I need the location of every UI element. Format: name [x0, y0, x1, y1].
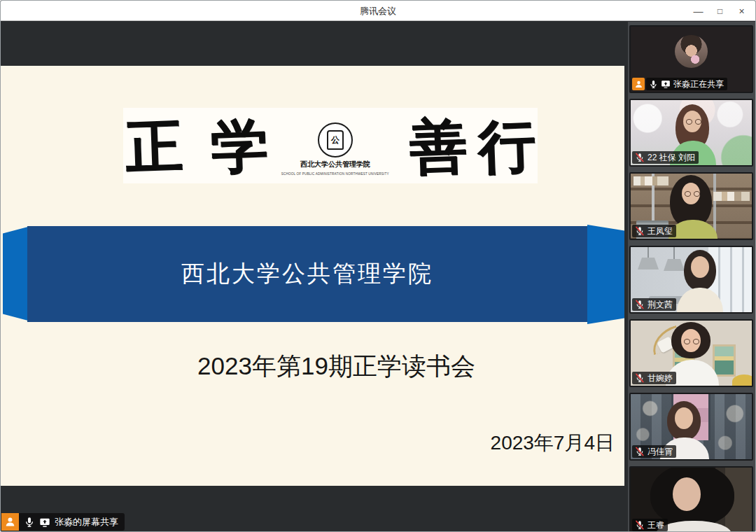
participant-tile-2[interactable]: 22 社保 刘阳 [629, 99, 753, 167]
bookshelf [713, 192, 750, 201]
mic-muted-icon [635, 520, 645, 530]
titlebar: 腾讯会议 — □ × [1, 1, 755, 21]
participant-name: 荆文茜 [648, 300, 673, 309]
calligraphy-char-xing: 行 [477, 116, 537, 176]
ribbon-right-fold [587, 225, 624, 324]
seal-emblem-icon: 公 [318, 122, 353, 158]
slide-date: 2023年7月4日 [491, 430, 615, 456]
calligraphy-char-zheng: 正 [125, 116, 184, 176]
calligraphy-char-xue: 学 [210, 116, 270, 176]
maximize-button[interactable]: □ [709, 1, 731, 21]
participant-tile-1[interactable]: 张淼正在共享 [629, 25, 753, 93]
screen-share-icon [39, 517, 50, 528]
seal-title: 西北大学公共管理学院 [300, 160, 370, 169]
person-icon [4, 516, 16, 528]
cushion [732, 374, 753, 387]
minimize-button[interactable]: — [687, 1, 709, 21]
seal-glyph: 公 [327, 130, 344, 150]
avatar [675, 35, 708, 68]
bookshelf [634, 176, 668, 186]
seal-subtitle: SCHOOL OF PUBLIC ADMINISTRATION NORTHWES… [281, 172, 389, 176]
ribbon-left-fold [3, 227, 28, 321]
host-icon [1, 513, 19, 531]
host-icon [632, 78, 645, 90]
lamp [673, 247, 675, 260]
participant-name: 张淼正在共享 [673, 79, 724, 89]
participant-name: 王睿 [648, 520, 664, 530]
glasses [685, 191, 700, 197]
screen-share-indicator: 张淼的屏幕共享 [1, 513, 125, 531]
lamp [664, 259, 685, 271]
mic-muted-icon [635, 300, 645, 309]
main-area: 正 学 公 西北大学公共管理学院 SCHOOL OF PUBLIC ADMINI… [1, 22, 755, 531]
participant-name: 冯佳霄 [648, 447, 673, 456]
participants-sidebar[interactable]: 张淼正在共享 22 社保 刘阳 [628, 22, 756, 531]
participant-tile-4[interactable]: 荆文茜 [629, 246, 753, 314]
glasses [686, 119, 701, 125]
ribbon-banner: 西北大学公共管理学院 [27, 226, 587, 322]
window-title: 腾讯会议 [1, 1, 755, 21]
screen-share-icon [661, 79, 671, 89]
person-icon [634, 80, 643, 89]
wall-painting [713, 344, 736, 377]
mic-muted-icon [635, 373, 645, 383]
mic-muted-icon [635, 447, 645, 456]
glasses [684, 339, 699, 344]
window-controls: — □ × [687, 1, 752, 21]
share-label: 张淼的屏幕共享 [55, 516, 118, 528]
participant-name: 甘婉婷 [648, 373, 673, 383]
mic-on-icon [649, 80, 658, 89]
shared-screen-stage: 正 学 公 西北大学公共管理学院 SCHOOL OF PUBLIC ADMINI… [1, 22, 628, 531]
participant-name: 王凤玺 [648, 226, 673, 236]
mic-on-icon [24, 517, 35, 528]
presentation-slide: 正 学 公 西北大学公共管理学院 SCHOOL OF PUBLIC ADMINI… [1, 66, 624, 486]
calligraphy-banner: 正 学 公 西北大学公共管理学院 SCHOOL OF PUBLIC ADMINI… [123, 108, 538, 183]
session-title: 2023年第19期正学读书会 [1, 350, 624, 383]
participant-tile-5[interactable]: 甘婉婷 [629, 319, 753, 387]
participant-tile-3[interactable]: 王凤玺 [629, 172, 753, 240]
close-button[interactable]: × [731, 1, 752, 21]
tencent-meeting-window: 腾讯会议 — □ × 正 学 公 西北大学公共管理学院 SCHOOL OF PU… [0, 0, 756, 532]
participant-tile-6[interactable]: 冯佳霄 [629, 393, 753, 461]
mic-muted-icon [635, 153, 645, 162]
lamp [638, 258, 659, 270]
school-name: 西北大学公共管理学院 [181, 258, 433, 290]
participant-name: 22 社保 刘阳 [648, 153, 695, 162]
calligraphy-char-shan: 善 [409, 116, 468, 176]
school-seal: 公 西北大学公共管理学院 SCHOOL OF PUBLIC ADMINISTRA… [289, 122, 382, 176]
lamp [648, 247, 649, 258]
participant-tile-7[interactable]: 王睿 [629, 466, 753, 531]
mic-muted-icon [635, 226, 645, 236]
